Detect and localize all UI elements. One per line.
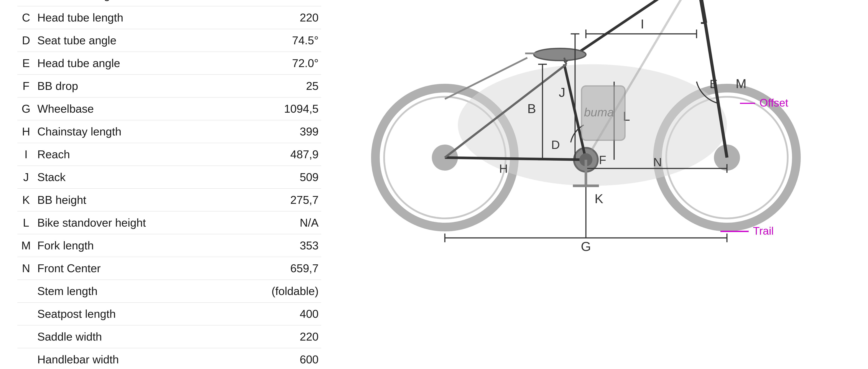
table-row: Seatpost length400: [18, 303, 321, 326]
table-row: CHead tube length220: [18, 6, 321, 29]
svg-text:buma: buma: [584, 105, 614, 119]
row-value: 509: [231, 166, 321, 189]
row-value: N/A: [231, 211, 321, 234]
svg-text:D: D: [551, 138, 560, 152]
row-name: Saddle width: [35, 326, 231, 348]
svg-text:F: F: [599, 153, 606, 167]
row-value: 353: [231, 234, 321, 257]
svg-line-10: [696, 0, 705, 23]
row-name: Front Center: [35, 257, 231, 280]
row-letter: E: [18, 52, 35, 75]
bike-diagram: A B C D E F G: [354, 0, 831, 255]
svg-text:K: K: [595, 191, 603, 206]
svg-text:G: G: [581, 239, 591, 254]
row-value: 25: [231, 75, 321, 97]
row-value: 430: [231, 0, 321, 6]
row-letter: C: [18, 6, 35, 29]
row-name: Handlebar width: [35, 348, 231, 369]
row-name: Seatpost length: [35, 303, 231, 326]
specs-panel: E-BIKE 20 PRO frame size mm ATop tube le…: [18, 0, 321, 369]
row-name: BB height: [35, 189, 231, 211]
table-row: LBike standover heightN/A: [18, 211, 321, 234]
svg-text:Trail: Trail: [753, 225, 774, 237]
svg-text:M: M: [736, 76, 746, 91]
row-letter: B: [18, 0, 35, 6]
row-name: Fork length: [35, 234, 231, 257]
table-row: EHead tube angle72.0°: [18, 52, 321, 75]
row-letter: J: [18, 166, 35, 189]
row-value: 600: [231, 348, 321, 369]
row-value: (foldable): [231, 280, 321, 303]
svg-text:Offset: Offset: [760, 97, 788, 109]
table-row: Stem length(foldable): [18, 280, 321, 303]
row-name: Wheelbase: [35, 97, 231, 120]
row-name: BB drop: [35, 75, 231, 97]
specs-table: ATop tube length630BSeat tube length430C…: [18, 0, 321, 369]
row-name: Seat tube length: [35, 0, 231, 6]
main-container: E-BIKE 20 PRO frame size mm ATop tube le…: [18, 0, 850, 369]
row-name: Chainstay length: [35, 120, 231, 143]
row-value: 659,7: [231, 257, 321, 280]
row-value: 220: [231, 6, 321, 29]
row-value: 1094,5: [231, 97, 321, 120]
row-letter: [18, 348, 35, 369]
row-value: 220: [231, 326, 321, 348]
table-row: JStack509: [18, 166, 321, 189]
row-name: Seat tube angle: [35, 29, 231, 52]
bike-svg: A B C D E F G: [354, 0, 831, 255]
row-value: 275,7: [231, 189, 321, 211]
row-letter: K: [18, 189, 35, 211]
table-row: GWheelbase1094,5: [18, 97, 321, 120]
row-letter: I: [18, 143, 35, 166]
row-name: Stem length: [35, 280, 231, 303]
svg-text:I: I: [641, 17, 644, 31]
table-row: NFront Center659,7: [18, 257, 321, 280]
row-value: 487,9: [231, 143, 321, 166]
svg-text:C: C: [720, 0, 730, 2]
row-name: Stack: [35, 166, 231, 189]
row-letter: M: [18, 234, 35, 257]
row-value: 399: [231, 120, 321, 143]
row-letter: N: [18, 257, 35, 280]
table-row: MFork length353: [18, 234, 321, 257]
row-letter: G: [18, 97, 35, 120]
table-row: DSeat tube angle74.5°: [18, 29, 321, 52]
row-letter: [18, 303, 35, 326]
svg-text:H: H: [499, 162, 508, 175]
svg-text:J: J: [559, 85, 565, 100]
row-letter: [18, 280, 35, 303]
table-row: IReach487,9: [18, 143, 321, 166]
row-name: Head tube length: [35, 6, 231, 29]
bike-panel: A B C D E F G: [334, 0, 850, 255]
table-row: FBB drop25: [18, 75, 321, 97]
row-letter: L: [18, 211, 35, 234]
svg-text:E: E: [710, 77, 718, 91]
row-letter: D: [18, 29, 35, 52]
row-letter: H: [18, 120, 35, 143]
svg-text:N: N: [653, 155, 662, 169]
row-value: 400: [231, 303, 321, 326]
row-name: Bike standover height: [35, 211, 231, 234]
table-row: KBB height275,7: [18, 189, 321, 211]
svg-point-18: [534, 49, 586, 61]
svg-text:B: B: [527, 101, 536, 116]
table-row: Saddle width220: [18, 326, 321, 348]
row-letter: [18, 326, 35, 348]
row-letter: F: [18, 75, 35, 97]
row-name: Head tube angle: [35, 52, 231, 75]
table-row: HChainstay length399: [18, 120, 321, 143]
row-value: 72.0°: [231, 52, 321, 75]
row-value: 74.5°: [231, 29, 321, 52]
table-row: Handlebar width600: [18, 348, 321, 369]
row-name: Reach: [35, 143, 231, 166]
table-row: BSeat tube length430: [18, 0, 321, 6]
